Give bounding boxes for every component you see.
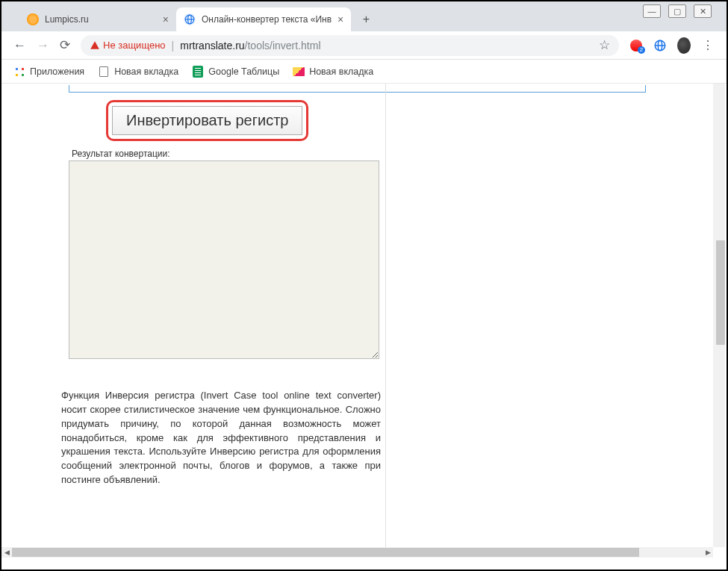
source-textarea-bottom[interactable] bbox=[69, 85, 646, 93]
horizontal-scrollbar-thumb[interactable] bbox=[12, 548, 639, 557]
invert-case-button[interactable]: Инвертировать регистр bbox=[112, 106, 302, 135]
browser-menu-icon[interactable]: ⋮ bbox=[701, 39, 715, 52]
result-textarea[interactable] bbox=[69, 160, 379, 359]
window-controls: — ▢ ✕ bbox=[643, 4, 712, 18]
bm-label: Новая вкладка bbox=[114, 66, 178, 77]
apps-button[interactable]: Приложения bbox=[13, 66, 84, 78]
favicon-globe bbox=[184, 13, 196, 25]
bookmark-star-icon[interactable]: ☆ bbox=[599, 37, 610, 53]
extension-icons: 2 ⋮ bbox=[629, 39, 715, 52]
new-tab-button[interactable]: + bbox=[355, 9, 376, 30]
close-window-button[interactable]: ✕ bbox=[694, 4, 712, 18]
favicon-lumpics bbox=[27, 13, 39, 25]
not-secure-indicator[interactable]: Не защищено bbox=[90, 40, 166, 51]
tab-lumpics[interactable]: Lumpics.ru × bbox=[19, 7, 176, 31]
back-button[interactable]: ← bbox=[13, 38, 26, 53]
content-area: Инвертировать регистр Результат конверта… bbox=[1, 84, 727, 558]
scroll-right-arrow-icon[interactable]: ▶ bbox=[703, 547, 713, 558]
result-label: Результат конвертации: bbox=[72, 149, 713, 159]
sheets-icon bbox=[192, 66, 204, 78]
bookmark-new-tab-1[interactable]: Новая вкладка bbox=[98, 66, 178, 78]
forward-button: → bbox=[37, 38, 49, 53]
minimize-button[interactable]: — bbox=[643, 4, 661, 18]
tab-mrtranslate[interactable]: Онлайн-конвертер текста «Инв × bbox=[176, 7, 351, 31]
bm-label: Приложения bbox=[30, 66, 84, 77]
page-viewport: Инвертировать регистр Результат конверта… bbox=[1, 84, 713, 547]
scroll-left-arrow-icon[interactable]: ◀ bbox=[1, 547, 12, 558]
translate-extension-icon[interactable] bbox=[653, 39, 667, 52]
invert-button-highlight: Инвертировать регистр bbox=[106, 100, 308, 141]
bookmark-new-tab-2[interactable]: Новая вкладка bbox=[293, 66, 373, 78]
file-icon bbox=[98, 66, 110, 78]
url-input[interactable]: Не защищено | mrtranslate.ru/tools/inver… bbox=[81, 35, 619, 56]
close-icon[interactable]: × bbox=[337, 13, 343, 25]
tab-title: Lumpics.ru bbox=[45, 14, 157, 25]
content-divider bbox=[385, 84, 386, 547]
not-secure-label: Не защищено bbox=[103, 40, 166, 51]
description-text: Функция Инверсия регистра (Invert Case t… bbox=[61, 389, 381, 487]
extension-badge: 2 bbox=[638, 46, 645, 54]
close-icon[interactable]: × bbox=[163, 13, 169, 25]
tab-title: Онлайн-конвертер текста «Инв bbox=[202, 14, 332, 25]
bm-label: Новая вкладка bbox=[309, 66, 373, 77]
vertical-scrollbar-thumb[interactable] bbox=[716, 240, 725, 345]
maximize-button[interactable]: ▢ bbox=[668, 4, 686, 18]
opera-extension-icon[interactable]: 2 bbox=[629, 39, 643, 52]
address-bar: ← → ⟳ Не защищено | mrtranslate.ru/tools… bbox=[1, 31, 727, 60]
reload-button[interactable]: ⟳ bbox=[60, 37, 70, 53]
bm-label: Google Таблицы bbox=[208, 66, 279, 77]
bookmark-google-sheets[interactable]: Google Таблицы bbox=[192, 66, 279, 78]
url-separator: | bbox=[172, 40, 175, 52]
apps-icon bbox=[13, 66, 25, 78]
tab-strip: Lumpics.ru × Онлайн-конвертер текста «Ин… bbox=[1, 1, 727, 31]
photo-icon bbox=[293, 66, 305, 78]
url-text: mrtranslate.ru/tools/invert.html bbox=[180, 40, 320, 52]
profile-avatar[interactable] bbox=[677, 39, 691, 52]
bookmarks-bar: Приложения Новая вкладка Google Таблицы … bbox=[1, 60, 727, 84]
